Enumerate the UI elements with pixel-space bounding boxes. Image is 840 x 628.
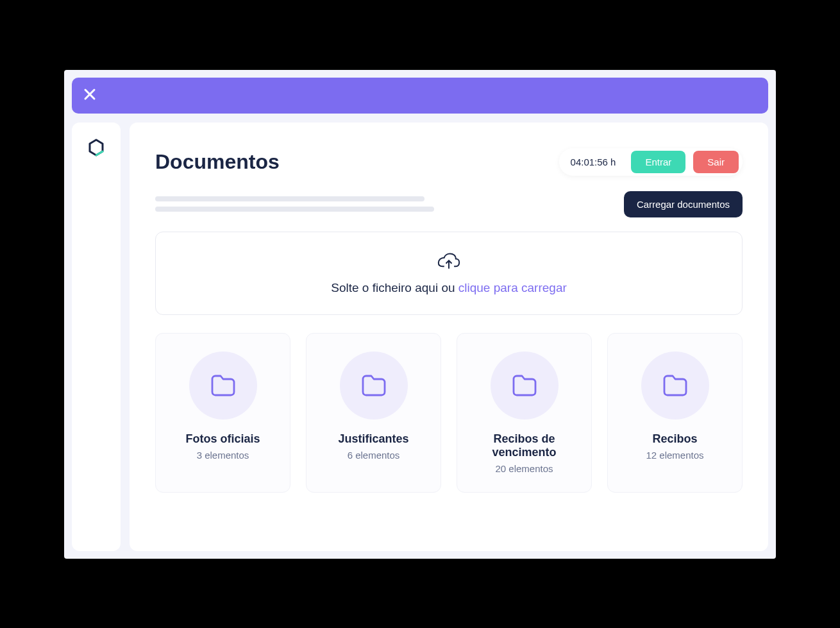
folder-count: 3 elementos xyxy=(169,450,277,461)
folder-icon-circle xyxy=(641,352,709,420)
folders-grid: Fotos oficiais 3 elementos Justificantes… xyxy=(155,333,743,493)
dropzone-text-static: Solte o ficheiro aqui ou xyxy=(331,281,458,294)
close-icon xyxy=(83,88,96,101)
dropzone-link[interactable]: clique para carregar xyxy=(458,281,567,294)
folder-count: 12 elementos xyxy=(621,450,729,461)
app-container: Documentos 04:01:56 h Entrar Sair Carreg… xyxy=(64,70,776,559)
page-title: Documentos xyxy=(155,150,280,174)
header-row: Documentos 04:01:56 h Entrar Sair xyxy=(155,148,743,176)
folder-icon xyxy=(512,374,537,397)
exit-button[interactable]: Sair xyxy=(693,151,739,173)
subtitle-row: Carregar documentos xyxy=(155,191,743,217)
folder-title: Justificantes xyxy=(319,432,428,446)
cloud-upload-icon xyxy=(437,251,460,272)
logo[interactable] xyxy=(87,138,106,157)
folder-title: Recibos xyxy=(621,432,729,446)
folder-icon xyxy=(662,374,688,397)
folder-card-recibos-vencimento[interactable]: Recibos de vencimento 20 elementos xyxy=(457,333,592,493)
top-bar xyxy=(72,78,768,114)
skeleton-line xyxy=(155,207,434,212)
timer: 04:01:56 h xyxy=(563,157,624,167)
close-button[interactable] xyxy=(83,87,96,105)
folder-icon-circle xyxy=(340,352,408,420)
folder-icon xyxy=(361,374,387,397)
folder-icon xyxy=(210,374,236,397)
main-panel: Documentos 04:01:56 h Entrar Sair Carreg… xyxy=(130,123,768,551)
folder-title: Recibos de vencimento xyxy=(470,432,578,459)
sidebar xyxy=(72,123,121,551)
folder-count: 6 elementos xyxy=(319,450,428,461)
skeleton-line xyxy=(155,196,424,201)
folder-icon-circle xyxy=(491,352,559,420)
content-wrapper: Documentos 04:01:56 h Entrar Sair Carreg… xyxy=(72,123,768,551)
skeleton-placeholder xyxy=(155,196,434,212)
dropzone[interactable]: Solte o ficheiro aqui ou clique para car… xyxy=(155,232,743,315)
logo-icon xyxy=(87,138,106,157)
folder-icon-circle xyxy=(189,352,257,420)
upload-documents-button[interactable]: Carregar documentos xyxy=(624,191,743,217)
folder-title: Fotos oficiais xyxy=(169,432,277,446)
enter-button[interactable]: Entrar xyxy=(631,151,685,173)
folder-count: 20 elementos xyxy=(470,463,578,474)
folder-card-fotos-oficiais[interactable]: Fotos oficiais 3 elementos xyxy=(155,333,290,493)
folder-card-justificantes[interactable]: Justificantes 6 elementos xyxy=(306,333,441,493)
dropzone-text: Solte o ficheiro aqui ou clique para car… xyxy=(175,281,723,295)
folder-card-recibos[interactable]: Recibos 12 elementos xyxy=(607,333,743,493)
header-actions: 04:01:56 h Entrar Sair xyxy=(559,148,743,176)
